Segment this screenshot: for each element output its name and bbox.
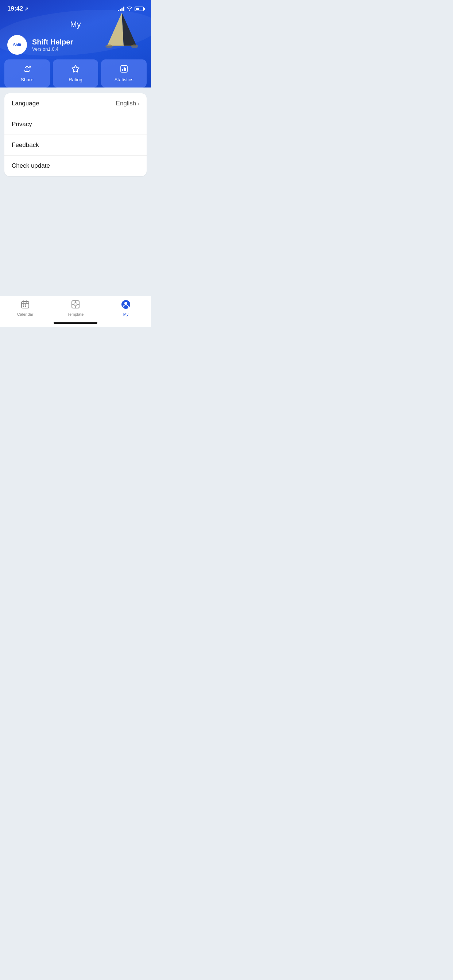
settings-item-feedback[interactable]: Feedback: [4, 135, 147, 156]
logo-text: Shift: [10, 38, 24, 52]
settings-item-language[interactable]: Language English ›: [4, 93, 147, 114]
tab-template[interactable]: Template: [61, 300, 90, 317]
share-label: Share: [21, 77, 33, 83]
app-info: Shift Shift Helper Version1.0.4: [0, 29, 151, 60]
language-label: Language: [12, 100, 39, 107]
share-icon: [22, 65, 31, 75]
check-update-label: Check update: [12, 162, 50, 170]
svg-rect-10: [125, 68, 126, 71]
action-buttons: Share Rating Statistics: [0, 59, 151, 88]
settings-list: Language English › Privacy Feedback Chec…: [4, 93, 147, 176]
empty-space: [0, 182, 151, 277]
star-icon: [71, 65, 80, 75]
privacy-label: Privacy: [12, 121, 32, 128]
hero-title: My: [0, 16, 151, 29]
svg-point-26: [124, 302, 127, 305]
my-tab-label: My: [123, 312, 129, 317]
app-logo: Shift: [7, 35, 27, 55]
svg-rect-8: [122, 69, 123, 71]
settings-item-check-update[interactable]: Check update: [4, 156, 147, 176]
status-icons: [118, 6, 144, 12]
tab-my[interactable]: My: [111, 300, 140, 317]
my-icon: [121, 300, 131, 310]
battery-icon: [135, 6, 144, 11]
status-bar: 19:42 ↗: [0, 0, 151, 14]
svg-rect-20: [74, 303, 77, 306]
app-name: Shift Helper: [32, 38, 73, 46]
statistics-button[interactable]: Statistics: [101, 59, 147, 88]
svg-rect-16: [25, 304, 26, 305]
feedback-label: Feedback: [12, 142, 39, 149]
svg-text:Shift: Shift: [13, 43, 22, 47]
share-button[interactable]: Share: [4, 59, 50, 88]
app-version: Version1.0.4: [32, 46, 73, 52]
chevron-right-icon: ›: [137, 100, 139, 107]
svg-rect-17: [23, 306, 24, 307]
calendar-icon: [21, 300, 30, 310]
template-icon: [71, 300, 80, 310]
language-value: English ›: [116, 100, 139, 107]
rating-label: Rating: [69, 77, 83, 83]
statistics-label: Statistics: [115, 77, 134, 83]
rating-button[interactable]: Rating: [53, 59, 99, 88]
chart-icon: [120, 65, 128, 75]
home-indicator: [54, 322, 97, 324]
location-icon: ↗: [24, 6, 29, 12]
app-text-info: Shift Helper Version1.0.4: [32, 38, 73, 52]
tab-calendar[interactable]: Calendar: [11, 300, 40, 317]
svg-rect-15: [23, 304, 24, 305]
svg-rect-18: [25, 306, 26, 307]
status-time: 19:42 ↗: [7, 5, 29, 13]
signal-icon: [118, 6, 124, 11]
calendar-tab-label: Calendar: [17, 312, 33, 317]
template-tab-label: Template: [67, 312, 84, 317]
settings-item-privacy[interactable]: Privacy: [4, 114, 147, 135]
wifi-icon: [126, 6, 132, 12]
svg-rect-9: [124, 67, 125, 71]
